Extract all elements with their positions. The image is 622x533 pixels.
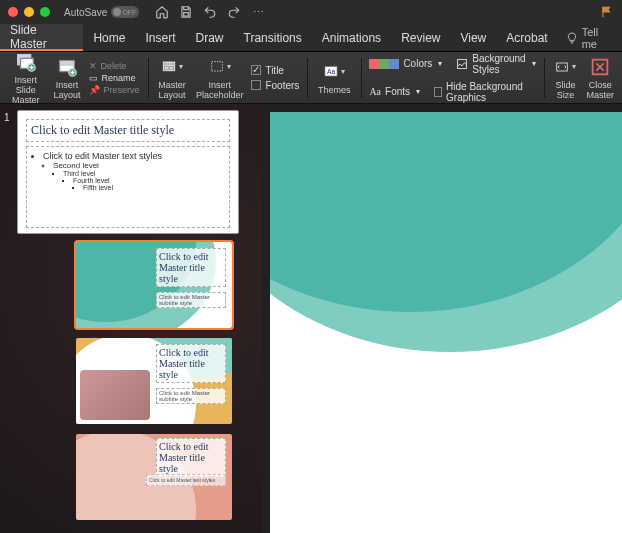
insert-slide-master-button[interactable]: Insert Slide Master <box>6 51 46 105</box>
svg-rect-9 <box>164 63 173 65</box>
svg-rect-10 <box>164 66 168 69</box>
tell-me-label: Tell me <box>582 26 614 50</box>
tab-acrobat[interactable]: Acrobat <box>496 24 557 51</box>
colors-icon <box>369 59 399 69</box>
thumbnail-panel[interactable]: 1 Click to edit Master title style Click… <box>0 104 262 533</box>
insert-layout-icon <box>56 56 78 78</box>
background-group: Colors▾ Background Styles▾ Aa Fonts▾ Hid… <box>369 53 535 103</box>
tab-animations[interactable]: Animations <box>312 24 391 51</box>
close-master-button[interactable]: Close Master <box>584 56 616 100</box>
undo-icon[interactable] <box>203 5 217 19</box>
tab-home[interactable]: Home <box>83 24 135 51</box>
title-footers-group: Title Footers <box>251 65 299 91</box>
layout-thumbnail-2[interactable]: Click to edit Master title style Click t… <box>76 338 232 424</box>
ribbon: Insert Slide Master Insert Layout ✕Delet… <box>0 52 622 104</box>
edit-master-group: ✕Delete ▭Rename 📌Preserve <box>89 61 140 95</box>
fonts-button[interactable]: Aa Fonts▾ <box>369 81 420 103</box>
insert-placeholder-button[interactable]: ▾ Insert Placeholder <box>194 56 246 100</box>
autosave-pill: OFF <box>111 6 139 18</box>
checkbox-icon <box>251 65 261 75</box>
close-icon <box>589 56 611 78</box>
tab-slide-master[interactable]: Slide Master <box>0 24 83 51</box>
layout-subtitle-placeholder: Click to edit Master subtitle style <box>156 292 226 308</box>
insert-layout-button[interactable]: Insert Layout <box>52 56 83 100</box>
layout-body-placeholder: Click to edit Master text styles <box>146 474 226 486</box>
overflow-icon[interactable]: ⋯ <box>251 5 265 19</box>
svg-rect-1 <box>602 7 603 18</box>
svg-rect-6 <box>62 62 73 65</box>
master-index: 1 <box>4 112 14 123</box>
slide-stage[interactable] <box>262 104 622 533</box>
preserve-button[interactable]: 📌Preserve <box>89 85 140 95</box>
background-icon <box>456 58 468 70</box>
master-layout-button[interactable]: ▾ Master Layout <box>156 56 188 100</box>
svg-rect-12 <box>211 61 222 70</box>
colors-button[interactable]: Colors▾ <box>369 53 442 75</box>
lightbulb-icon <box>566 32 578 44</box>
save-icon[interactable] <box>179 5 193 19</box>
checkbox-icon <box>434 87 442 97</box>
slide-size-icon: ▾ <box>554 56 576 78</box>
layout-thumbnails: Click to edit Master title style Click t… <box>76 242 256 520</box>
layout-subtitle-placeholder: Click to edit Master subtitle style <box>156 388 226 404</box>
tab-insert[interactable]: Insert <box>135 24 185 51</box>
tab-transitions[interactable]: Transitions <box>234 24 312 51</box>
background-styles-button[interactable]: Background Styles▾ <box>456 53 535 75</box>
tab-review[interactable]: Review <box>391 24 450 51</box>
window-controls <box>8 7 50 17</box>
tell-me-search[interactable]: Tell me <box>558 24 622 51</box>
delete-button[interactable]: ✕Delete <box>89 61 140 71</box>
home-icon[interactable] <box>155 5 169 19</box>
tab-draw[interactable]: Draw <box>185 24 233 51</box>
svg-text:Aa: Aa <box>327 68 335 75</box>
master-body-placeholder: Click to edit Master text styles Second … <box>26 146 230 228</box>
layout-title-placeholder: Click to edit Master title style <box>156 248 226 287</box>
rename-button[interactable]: ▭Rename <box>89 73 140 83</box>
slide-master-thumbnail[interactable]: Click to edit Master title style Click t… <box>17 110 239 234</box>
checkbox-icon <box>251 80 261 90</box>
autosave-toggle[interactable]: AutoSave OFF <box>64 6 139 18</box>
layout-thumbnail-3[interactable]: Click to edit Master title style Click t… <box>76 434 232 520</box>
svg-rect-0 <box>184 13 189 16</box>
ribbon-tabs: Slide Master Home Insert Draw Transition… <box>0 24 622 52</box>
delete-icon: ✕ <box>89 61 97 71</box>
quick-access-toolbar: ⋯ <box>155 5 265 19</box>
ribbon-options-icon[interactable] <box>600 5 614 19</box>
current-slide[interactable] <box>270 112 622 533</box>
zoom-window-button[interactable] <box>40 7 50 17</box>
autosave-label: AutoSave <box>64 7 107 18</box>
close-window-button[interactable] <box>8 7 18 17</box>
minimize-window-button[interactable] <box>24 7 34 17</box>
master-layout-icon: ▾ <box>161 56 183 78</box>
layout-title-placeholder: Click to edit Master title style <box>156 344 226 383</box>
fonts-icon: Aa <box>369 86 381 97</box>
themes-icon: Aa▾ <box>323 61 345 83</box>
slide-size-button[interactable]: ▾ Slide Size <box>552 56 578 100</box>
main-area: 1 Click to edit Master title style Click… <box>0 104 622 533</box>
placeholder-icon: ▾ <box>209 56 231 78</box>
footers-checkbox[interactable]: Footers <box>251 80 299 91</box>
preserve-icon: 📌 <box>89 85 100 95</box>
layout-thumbnail-1[interactable]: Click to edit Master title style Click t… <box>76 242 232 328</box>
slide-master-icon <box>15 51 37 73</box>
tab-view[interactable]: View <box>450 24 496 51</box>
titlebar: AutoSave OFF ⋯ <box>0 0 622 24</box>
svg-rect-11 <box>170 66 174 69</box>
rename-icon: ▭ <box>89 73 98 83</box>
themes-button[interactable]: Aa▾ Themes <box>316 61 353 95</box>
master-title-placeholder: Click to edit Master title style <box>26 119 230 142</box>
layout-title-placeholder: Click to edit Master title style <box>156 438 226 477</box>
title-checkbox[interactable]: Title <box>251 65 299 76</box>
hide-background-checkbox[interactable]: Hide Background Graphics <box>434 81 536 103</box>
redo-icon[interactable] <box>227 5 241 19</box>
